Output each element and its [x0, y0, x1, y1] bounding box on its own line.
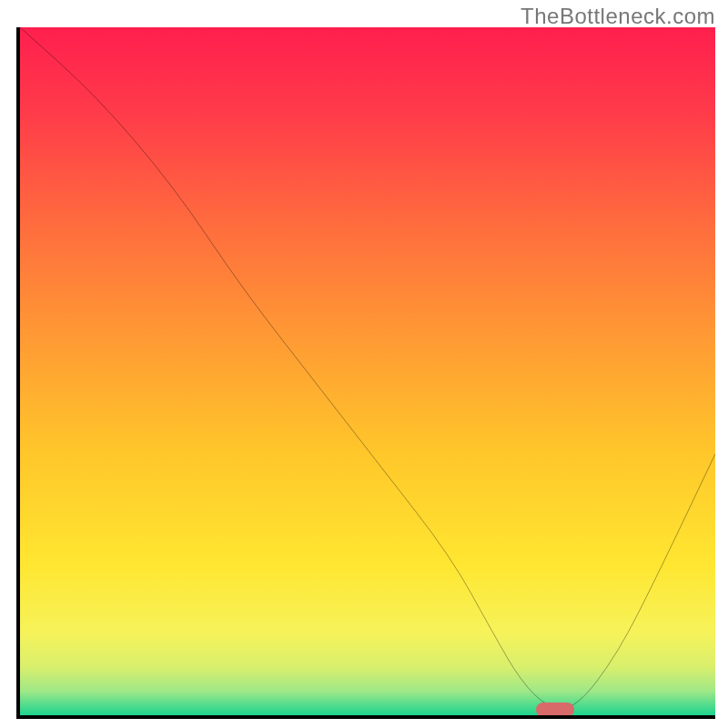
chart-container: TheBottleneck.com [0, 0, 728, 728]
optimal-point-marker [536, 703, 574, 716]
bottleneck-curve [20, 27, 715, 715]
watermark-text: TheBottleneck.com [521, 4, 715, 29]
plot-area [16, 27, 715, 719]
